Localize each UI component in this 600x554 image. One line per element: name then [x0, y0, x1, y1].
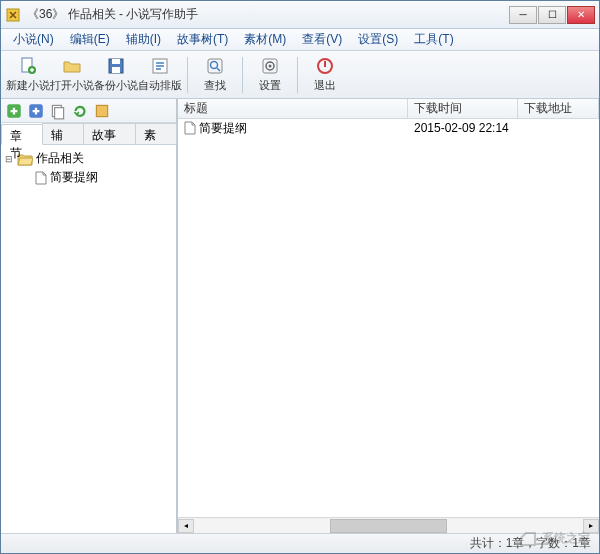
- gear-icon: [260, 56, 280, 76]
- statusbar: 共计：1章，字数：1章: [1, 533, 599, 553]
- menu-novel[interactable]: 小说(N): [5, 29, 62, 50]
- menu-tools[interactable]: 工具(T): [406, 29, 461, 50]
- svg-rect-5: [112, 67, 120, 73]
- horizontal-scrollbar[interactable]: ◂ ▸: [178, 517, 599, 533]
- settings-button[interactable]: 设置: [249, 54, 291, 96]
- tab-material[interactable]: 素材: [135, 123, 177, 144]
- open-folder-icon: [62, 56, 82, 76]
- copy-icon[interactable]: [49, 102, 67, 120]
- sidebar-iconbar: [1, 99, 176, 123]
- col-url[interactable]: 下载地址: [518, 99, 599, 118]
- maximize-button[interactable]: ☐: [538, 6, 566, 24]
- menubar: 小说(N) 编辑(E) 辅助(I) 故事树(T) 素材(M) 查看(V) 设置(…: [1, 29, 599, 51]
- add-blue-icon[interactable]: [27, 102, 45, 120]
- svg-rect-4: [112, 59, 120, 64]
- svg-rect-17: [96, 105, 107, 116]
- exit-icon: [315, 56, 335, 76]
- new-novel-button[interactable]: 新建小说: [7, 54, 49, 96]
- typeset-icon: [150, 56, 170, 76]
- window-title: 《36》 作品相关 - 小说写作助手: [27, 6, 509, 23]
- action-icon[interactable]: [93, 102, 111, 120]
- tree-root[interactable]: ⊟ 作品相关: [5, 149, 172, 168]
- sidebar: 章节 辅助 故事树 素材 ⊟ 作品相关 简要提纲: [1, 99, 177, 533]
- tree-view: ⊟ 作品相关 简要提纲: [1, 145, 176, 533]
- svg-point-11: [269, 65, 272, 68]
- toolbar-separator: [297, 57, 298, 93]
- tree-child-label: 简要提纲: [50, 169, 98, 186]
- search-button[interactable]: 查找: [194, 54, 236, 96]
- row-title: 简要提纲: [199, 120, 247, 137]
- search-icon: [205, 56, 225, 76]
- list-row[interactable]: 简要提纲 2015-02-09 22:14: [178, 119, 599, 137]
- list-body: 简要提纲 2015-02-09 22:14: [178, 119, 599, 517]
- scroll-thumb[interactable]: [330, 519, 447, 533]
- tree-child[interactable]: 简要提纲: [23, 168, 172, 187]
- exit-button[interactable]: 退出: [304, 54, 346, 96]
- minimize-button[interactable]: ─: [509, 6, 537, 24]
- titlebar: 《36》 作品相关 - 小说写作助手 ─ ☐ ✕: [1, 1, 599, 29]
- refresh-icon[interactable]: [71, 102, 89, 120]
- menu-material[interactable]: 素材(M): [236, 29, 294, 50]
- tab-assist[interactable]: 辅助: [42, 123, 84, 144]
- close-button[interactable]: ✕: [567, 6, 595, 24]
- status-text: 共计：1章，字数：1章: [470, 535, 591, 552]
- main-panel: 标题 下载时间 下载地址 简要提纲 2015-02-09 22:14 ◂: [177, 99, 599, 533]
- save-icon: [106, 56, 126, 76]
- toolbar-separator: [242, 57, 243, 93]
- sidebar-tabs: 章节 辅助 故事树 素材: [1, 123, 176, 145]
- menu-view[interactable]: 查看(V): [294, 29, 350, 50]
- tree-root-label: 作品相关: [36, 150, 84, 167]
- svg-point-8: [211, 62, 218, 69]
- svg-rect-16: [55, 107, 64, 118]
- scroll-track[interactable]: [194, 519, 583, 533]
- col-title[interactable]: 标题: [178, 99, 408, 118]
- backup-novel-button[interactable]: 备份小说: [95, 54, 137, 96]
- app-icon: [5, 7, 21, 23]
- new-file-icon: [18, 56, 38, 76]
- tab-chapter[interactable]: 章节: [1, 124, 43, 145]
- scroll-right-button[interactable]: ▸: [583, 519, 599, 533]
- col-time[interactable]: 下载时间: [408, 99, 518, 118]
- row-time: 2015-02-09 22:14: [408, 121, 518, 135]
- auto-typeset-button[interactable]: 自动排版: [139, 54, 181, 96]
- add-green-icon[interactable]: [5, 102, 23, 120]
- document-icon: [35, 171, 47, 185]
- menu-edit[interactable]: 编辑(E): [62, 29, 118, 50]
- scroll-left-button[interactable]: ◂: [178, 519, 194, 533]
- menu-storytree[interactable]: 故事树(T): [169, 29, 236, 50]
- toolbar: 新建小说 打开小说 备份小说 自动排版 查找 设置 退出: [1, 51, 599, 99]
- menu-assist[interactable]: 辅助(I): [118, 29, 169, 50]
- menu-settings[interactable]: 设置(S): [350, 29, 406, 50]
- document-icon: [184, 121, 196, 135]
- toolbar-separator: [187, 57, 188, 93]
- open-novel-button[interactable]: 打开小说: [51, 54, 93, 96]
- list-header: 标题 下载时间 下载地址: [178, 99, 599, 119]
- tab-storytree[interactable]: 故事树: [83, 123, 137, 144]
